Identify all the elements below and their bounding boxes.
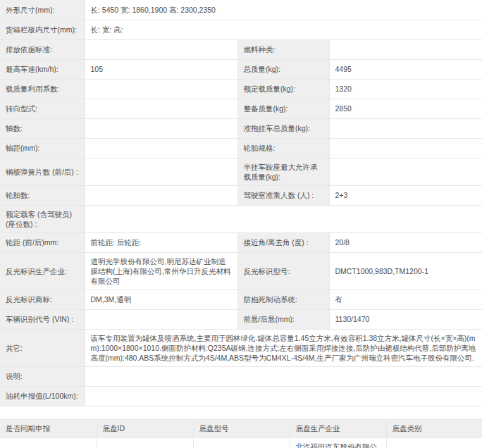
spec-value-cargo-box-dimensions: 长: 宽: 高: [85,20,482,39]
spec-label-fuel-type: 燃料种类: [237,39,329,59]
table-row: 说明: [0,366,482,386]
spec-value-max-speed: 105 [85,59,237,79]
spec-value-saddle-load [329,158,482,185]
chassis-value-declared-together [0,437,97,448]
spec-value-remarks [85,366,482,386]
chassis-table: 是否同期申报 底盘ID 底盘型号 底盘生产企业 底盘类别 3171596 BJ1… [0,419,482,448]
spec-label-rated-seats: 额定载客 (含驾驶员) (座位数) : [0,205,85,232]
spec-value-overhang: 1130/1470 [329,309,482,329]
chassis-value-chassis-category: 二类 [386,437,482,448]
table-row: 轮距 (前/后)mm: 前轮距: 后轮距: 接近角/离去角 (度) : 20/8 [0,232,482,252]
spec-value-cab-passengers: 2+3 [329,185,482,205]
table-row: 轮胎数: 驾驶室准乘人数 (人) : 2+3 [0,185,482,205]
spec-label-reflector-brand: 反光标识商标: [0,290,85,309]
table-row: 其它: 该车专用装置为罐体及喷洒系统,主要用于园林绿化.罐体总容量1.45立方米… [0,329,482,366]
spec-label-other: 其它: [0,329,85,366]
table-row: 载质量利用系数: 额定载质量(kg): 1320 [0,79,482,99]
spec-label-overhang: 前悬/后悬(mm): [237,309,329,329]
chassis-header-chassis-manufacturer: 底盘生产企业 [290,419,386,437]
spec-value-trailer-mass [329,118,482,138]
spec-label-load-utilization: 载质量利用系数: [0,79,85,99]
spec-label-approach-departure-angle: 接近角/离去角 (度) : [237,232,329,252]
spec-value-tire-count [85,185,237,205]
table-row: 外形尺寸(mm): 长: 5450 宽: 1860,1900 高: 2300,2… [0,0,482,20]
table-row: 转向型式: 整备质量(kg): 2850 [0,99,482,118]
spec-label-cab-passengers: 驾驶室准乘人数 (人) : [237,185,329,205]
spec-label-trailer-mass: 准拖挂车总质量(kg): [237,118,329,138]
table-row: 油耗申报值(L/100km): [0,386,482,406]
spec-value-total-mass: 4495 [329,59,482,79]
table-row: 反光标识商标: DM,3M,通明 防抱死制动系统: 有 [0,290,482,309]
chassis-header-declared-together: 是否同期申报 [0,419,97,437]
chassis-header-chassis-id: 底盘ID [97,419,193,437]
spec-value-tire-spec [329,138,482,158]
spec-value-fuel-type [329,39,482,59]
spec-value-curb-weight: 2850 [329,99,482,118]
spec-label-remarks: 说明: [0,366,85,386]
spec-label-reflector-manufacturer: 反光标识生产企业: [0,252,85,290]
spec-label-saddle-load: 半挂车鞍座最大允许承载质量(kg): [237,158,329,185]
table-row: 轴距(mm): 轮胎规格: [0,138,482,158]
chassis-value-chassis-id: 3171596 [97,437,193,448]
spec-value-reflector-brand: DM,3M,通明 [85,290,237,309]
spec-label-track-width: 轮距 (前/后)mm: [0,232,85,252]
spec-label-reflector-model: 反光标识型号: [237,252,329,290]
spec-value-fuel-consumption [85,386,482,406]
spec-value-leaf-springs [85,158,237,185]
spec-label-fuel-consumption: 油耗申报值(L/100km): [0,386,85,406]
spec-label-abs-system: 防抱死制动系统: [237,290,329,309]
spec-value-track-width: 前轮距: 后轮距: [85,232,237,252]
spec-value-exterior-dimensions: 长: 5450 宽: 1860,1900 高: 2300,2350 [85,0,482,20]
spec-label-total-mass: 总质量(kg): [237,59,329,79]
table-row: 3171596 BJ1045V9AB5-54 北汽福田汽车股份有限公司 二类 [0,437,482,448]
spec-value-wheelbase [85,138,237,158]
spec-value-emission-standard [85,39,237,59]
chassis-value-chassis-model: BJ1045V9AB5-54 [193,437,290,448]
spec-label-emission-standard: 排放依据标准: [0,39,85,59]
spec-label-max-speed: 最高车速(km/h): [0,59,85,79]
vehicle-spec-table: 外形尺寸(mm): 长: 5450 宽: 1860,1900 高: 2300,2… [0,0,482,406]
spec-value-approach-departure-angle: 20/8 [329,232,482,252]
spec-value-abs-system: 有 [329,290,482,309]
spec-label-leaf-springs: 钢板弹簧片数 (前/后) : [0,158,85,185]
spec-label-cargo-box-dimensions: 货箱栏板内尺寸(mm): [0,20,85,39]
spec-value-reflector-model: DMCT1000,983D,TM1200-1 [329,252,482,290]
chassis-header-row: 是否同期申报 底盘ID 底盘型号 底盘生产企业 底盘类别 [0,419,482,437]
spec-label-exterior-dimensions: 外形尺寸(mm): [0,0,85,20]
spec-label-vin: 车辆识别代号 (VIN) : [0,309,85,329]
spec-value-rated-seats [85,205,482,232]
spec-label-steering-type: 转向型式: [0,99,85,118]
spec-label-wheelbase: 轴距(mm): [0,138,85,158]
spec-value-steering-type [85,99,237,118]
table-row: 反光标识生产企业: 道明光学股份有限公司,明尼苏达矿业制造膜结构(上海)有限公司… [0,252,482,290]
spec-value-rated-load: 1320 [329,79,482,99]
spec-value-axle-count [85,118,237,138]
chassis-value-chassis-manufacturer: 北汽福田汽车股份有限公司 [290,437,386,448]
spec-label-curb-weight: 整备质量(kg): [237,99,329,118]
spec-value-other: 该车专用装置为罐体及喷洒系统,主要用于园林绿化.罐体总容量1.45立方米,有效容… [85,329,482,366]
spec-label-axle-count: 轴数: [0,118,85,138]
table-row: 车辆识别代号 (VIN) : 前悬/后悬(mm): 1130/1470 [0,309,482,329]
spec-label-rated-load: 额定载质量(kg): [237,79,329,99]
table-row: 排放依据标准: 燃料种类: [0,39,482,59]
table-row: 钢板弹簧片数 (前/后) : 半挂车鞍座最大允许承载质量(kg): [0,158,482,185]
table-row: 最高车速(km/h): 105 总质量(kg): 4495 [0,59,482,79]
chassis-header-chassis-model: 底盘型号 [193,419,290,437]
spec-label-tire-spec: 轮胎规格: [237,138,329,158]
spec-value-load-utilization [85,79,237,99]
spec-label-tire-count: 轮胎数: [0,185,85,205]
table-row: 货箱栏板内尺寸(mm): 长: 宽: 高: [0,20,482,39]
table-row: 额定载客 (含驾驶员) (座位数) : [0,205,482,232]
chassis-header-chassis-category: 底盘类别 [386,419,482,437]
table-row: 轴数: 准拖挂车总质量(kg): [0,118,482,138]
spec-value-reflector-manufacturer: 道明光学股份有限公司,明尼苏达矿业制造膜结构(上海)有限公司,常州华日升反光材料… [85,252,237,290]
spec-value-vin [85,309,237,329]
